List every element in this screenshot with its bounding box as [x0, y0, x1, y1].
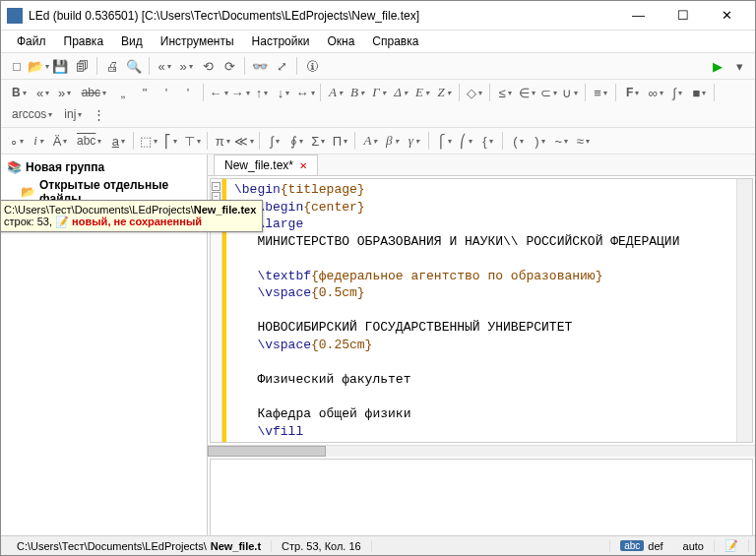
menu-settings[interactable]: Настройки	[244, 32, 318, 50]
quote-single-l-icon[interactable]: '	[157, 83, 176, 102]
menu-view[interactable]: Вид	[113, 32, 151, 50]
code-editor[interactable]: − − \begin{titlepage} \begin{center} \la…	[210, 178, 753, 443]
menu-windows[interactable]: Окна	[319, 32, 362, 50]
int-icon[interactable]: ∫	[667, 83, 687, 102]
pi-icon[interactable]: π	[213, 131, 232, 151]
help-icon[interactable]: 🛈	[302, 56, 322, 76]
new-icon[interactable]: □	[7, 56, 27, 76]
approx-icon[interactable]: ≈	[573, 131, 593, 151]
cal-a-icon[interactable]: A	[360, 131, 380, 151]
run-icon[interactable]: ▶	[708, 56, 727, 76]
inj-button[interactable]: inj	[59, 104, 87, 124]
scrollbar-thumb[interactable]	[208, 446, 326, 456]
quote-single-r-icon[interactable]: '	[178, 83, 198, 102]
greek-e-icon[interactable]: E	[412, 83, 432, 102]
run-dropdown-icon[interactable]: ▾	[729, 56, 749, 76]
func-button[interactable]: arccos	[7, 104, 57, 124]
box-icon[interactable]: ⬚	[139, 131, 158, 151]
greek-z-icon[interactable]: Z	[434, 83, 454, 102]
separator	[203, 84, 204, 101]
bold-button[interactable]: B	[7, 83, 32, 102]
paren-icon[interactable]: (	[508, 131, 528, 151]
quote-dbl-icon[interactable]: "	[135, 83, 155, 102]
paren-r-icon[interactable]: )	[530, 131, 549, 151]
arrow-down-icon[interactable]: ↓	[274, 83, 293, 102]
close-button[interactable]: ✕	[705, 2, 749, 30]
equiv-icon[interactable]: ≡	[591, 83, 610, 102]
arrow-lr-icon[interactable]: ↔	[295, 83, 315, 102]
integral-icon[interactable]: ∫	[265, 131, 284, 151]
maximize-button[interactable]: ☐	[661, 2, 705, 30]
overline-icon[interactable]: abc	[72, 131, 106, 151]
zoom-icon[interactable]: ⤢	[272, 56, 291, 76]
tab-close-icon[interactable]: ✕	[299, 160, 307, 171]
save-icon[interactable]: 💾	[50, 56, 70, 76]
tree-root[interactable]: 📚 Новая группа	[3, 158, 205, 176]
menu-help[interactable]: Справка	[364, 32, 426, 50]
more-icon[interactable]: ⋮	[89, 104, 108, 124]
minimize-button[interactable]: —	[616, 2, 661, 30]
arrow-left-icon[interactable]: ←	[209, 83, 228, 102]
font-button[interactable]: F	[621, 83, 644, 102]
status-auto[interactable]: auto	[673, 540, 715, 552]
greek-b-icon[interactable]: B	[347, 83, 367, 102]
status-def[interactable]: abc def	[609, 540, 672, 552]
greek-a-icon[interactable]: A	[326, 83, 346, 102]
paren-l-icon[interactable]: ⎛	[456, 131, 475, 151]
italic-i-icon[interactable]: i	[29, 131, 48, 151]
ceil-icon[interactable]: ⎡	[160, 131, 180, 151]
brace-l-icon[interactable]: ⎧	[434, 131, 454, 151]
code-content[interactable]: \begin{titlepage} \begin{center} \large …	[226, 179, 736, 442]
find-icon[interactable]: 👓	[250, 56, 270, 76]
print-icon[interactable]: 🖨	[102, 56, 122, 76]
nav-fwd-icon[interactable]: »	[176, 56, 196, 76]
app-icon	[7, 8, 23, 24]
menu-file[interactable]: Файл	[9, 32, 54, 50]
toolbar-main: □ 📂 💾 🗐 🖨 🔍 « » ⟲ ⟳ 👓 ⤢ 🛈 ▶ ▾	[1, 52, 755, 80]
edit-icon: 📝	[55, 216, 69, 227]
fold-icon[interactable]: −	[212, 182, 220, 191]
nav-back-icon[interactable]: «	[155, 56, 174, 76]
diamond-icon[interactable]: ◇	[465, 83, 484, 102]
quote-low-icon[interactable]: „	[113, 83, 133, 102]
tab-file[interactable]: New_file.tex* ✕	[214, 154, 318, 175]
ll-icon[interactable]: ≪	[234, 131, 254, 151]
infty-icon[interactable]: ∞	[646, 83, 665, 102]
arrow-up-icon[interactable]: ↑	[252, 83, 272, 102]
sum-icon[interactable]: Σ	[308, 131, 328, 151]
strike-icon[interactable]: abc	[77, 83, 111, 102]
oint-icon[interactable]: ∮	[286, 131, 306, 151]
arrow-right-icon[interactable]: →	[230, 83, 250, 102]
window-controls: — ☐ ✕	[616, 2, 749, 30]
curly-icon[interactable]: {	[477, 131, 497, 151]
status-edit-icon[interactable]: 📝	[715, 539, 749, 552]
top-icon[interactable]: ⊤	[182, 131, 202, 151]
vertical-scrollbar[interactable]	[736, 179, 752, 442]
saveall-icon[interactable]: 🗐	[72, 56, 92, 76]
underline-icon[interactable]: a	[108, 131, 128, 151]
quote-right-icon[interactable]: »	[55, 83, 75, 102]
umlaut-icon[interactable]: Ä	[50, 131, 70, 151]
horizontal-scrollbar[interactable]	[208, 445, 755, 456]
quote-left-icon[interactable]: «	[33, 83, 53, 102]
iint-icon[interactable]: ■	[689, 83, 709, 102]
prod-icon[interactable]: Π	[330, 131, 349, 151]
preview-icon[interactable]: 🔍	[124, 56, 144, 76]
gamma-icon[interactable]: γ	[404, 131, 423, 151]
subset-icon[interactable]: ⊂	[538, 83, 558, 102]
open-icon[interactable]: 📂	[29, 56, 48, 76]
window-title: LEd (build 0.536501) [C:\Users\Тест\Docu…	[29, 9, 616, 23]
menu-tools[interactable]: Инструменты	[153, 32, 242, 50]
statusbar: C:\Users\Тест\Documents\LEdProjects\New_…	[1, 535, 755, 555]
leq-icon[interactable]: ≤	[495, 83, 515, 102]
greek-d-icon[interactable]: Δ	[391, 83, 410, 102]
in-icon[interactable]: ∈	[517, 83, 536, 102]
beta-icon[interactable]: β	[382, 131, 402, 151]
tilde-icon[interactable]: ~	[551, 131, 571, 151]
union-icon[interactable]: ∪	[560, 83, 580, 102]
redo-icon[interactable]: ⟳	[220, 56, 239, 76]
undo-icon[interactable]: ⟲	[198, 56, 218, 76]
menu-edit[interactable]: Правка	[56, 32, 112, 50]
greek-g-icon[interactable]: Γ	[369, 83, 389, 102]
circ-icon[interactable]: ∘	[7, 131, 27, 151]
